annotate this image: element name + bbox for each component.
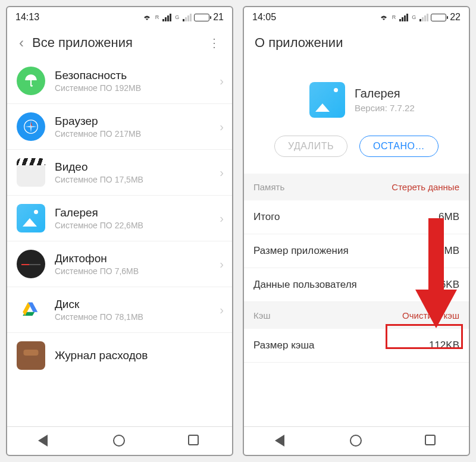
status-time: 14:13 [15, 12, 39, 23]
page-title: О приложении [255, 35, 462, 51]
chevron-right-icon: › [220, 212, 224, 225]
network-r-label: R [392, 14, 396, 20]
app-row-browser[interactable]: Браузер Системное ПО 217MB › [7, 104, 232, 150]
nav-bar [244, 426, 469, 455]
nav-home-button[interactable] [350, 435, 363, 448]
nav-recent-button[interactable] [425, 435, 438, 448]
umbrella-icon [17, 67, 45, 95]
app-sub: Системное ПО 78,1MB [55, 312, 220, 322]
clapperboard-icon [17, 158, 45, 187]
app-name: Диск [55, 298, 220, 311]
chevron-right-icon: › [220, 74, 224, 88]
battery-icon [431, 14, 446, 21]
wifi-icon [142, 14, 152, 21]
status-time: 14:05 [252, 12, 276, 23]
signal-weak-icon [183, 14, 192, 21]
cache-size-row: Размер кэша 112KB [244, 329, 469, 363]
row-label: Итого [253, 211, 280, 223]
nav-home-button[interactable] [113, 435, 126, 448]
back-button[interactable]: ‹ [14, 30, 29, 56]
phone-left: 14:13 R G 21 ‹ Все приложения ⋮ Безопасн… [6, 6, 233, 456]
app-sub: Системное ПО 17,5MB [55, 175, 220, 184]
app-sub: Системное ПО 22,6MB [55, 221, 220, 230]
row-label: Данные пользователя [253, 279, 357, 291]
network-r-label: R [155, 14, 159, 20]
app-name: Безопасность [55, 69, 220, 82]
row-value: 96KB [434, 279, 459, 291]
chevron-right-icon: › [220, 120, 224, 134]
app-version: Версия: 7.7.22 [355, 103, 415, 113]
voice-recorder-icon [17, 250, 45, 278]
app-name: Видео [55, 161, 220, 174]
chevron-right-icon: › [220, 303, 224, 317]
header: ‹ Все приложения ⋮ [7, 27, 232, 58]
gallery-icon [17, 204, 45, 232]
app-hero: Галерея Версия: 7.7.22 [244, 58, 469, 132]
memory-section-header: Память Стереть данные [244, 174, 469, 200]
chevron-right-icon: › [220, 166, 224, 180]
app-row-security[interactable]: Безопасность Системное ПО 192MB › [7, 58, 232, 104]
nav-recent-button[interactable] [188, 435, 201, 448]
cache-label: Кэш [253, 310, 270, 320]
app-row-expenses[interactable]: Журнал расходов [7, 333, 232, 378]
battery-pct: 21 [213, 12, 224, 23]
app-name: Браузер [55, 115, 220, 128]
app-row-drive[interactable]: Диск Системное ПО 78,1MB › [7, 287, 232, 333]
app-title: Галерея [355, 87, 415, 100]
app-row-video[interactable]: Видео Системное ПО 17,5MB › [7, 150, 232, 196]
app-name: Диктофон [55, 252, 220, 265]
nav-bar [7, 426, 232, 455]
battery-pct: 22 [450, 12, 461, 23]
app-name: Галерея [55, 206, 220, 219]
header: О приложении [244, 27, 469, 58]
app-row-dictaphone[interactable]: Диктофон Системное ПО 7,6MB › [7, 241, 232, 287]
nav-back-button[interactable] [38, 435, 51, 448]
network-g-label: G [175, 14, 179, 20]
app-name: Журнал расходов [55, 349, 224, 362]
app-list[interactable]: Безопасность Системное ПО 192MB › Браузе… [7, 58, 232, 426]
status-right: R G 21 [142, 12, 224, 23]
signal-icon [399, 14, 408, 21]
clear-cache-button[interactable]: Очистить кэш [402, 310, 459, 320]
chevron-right-icon: › [220, 257, 224, 271]
row-value: 112KB [429, 340, 459, 351]
row-value: 6MB [439, 211, 459, 223]
clear-data-button[interactable]: Стереть данные [392, 182, 459, 192]
status-bar: 14:05 R G 22 [244, 7, 469, 27]
page-title: Все приложения [32, 35, 203, 51]
cache-section-header: Кэш Очистить кэш [244, 302, 469, 329]
app-sub: Системное ПО 192MB [55, 83, 220, 93]
google-drive-icon [17, 296, 45, 324]
app-info-content[interactable]: Галерея Версия: 7.7.22 УДАЛИТЬ ОСТАНО… П… [244, 58, 469, 426]
signal-weak-icon [419, 14, 428, 21]
row-label: Размер приложения [253, 245, 349, 257]
memory-total-row: Итого 6MB [244, 200, 469, 234]
compass-icon [17, 112, 45, 141]
signal-icon [162, 14, 171, 21]
app-sub: Системное ПО 7,6MB [55, 266, 220, 276]
uninstall-button[interactable]: УДАЛИТЬ [274, 136, 347, 157]
row-value: MB [444, 245, 460, 257]
nav-back-button[interactable] [275, 435, 288, 448]
gallery-icon [309, 82, 345, 118]
battery-icon [194, 14, 209, 21]
app-sub: Системное ПО 217MB [55, 129, 220, 139]
memory-appsize-row: Размер приложения MB [244, 234, 469, 268]
svg-rect-3 [24, 350, 39, 356]
phone-right: 14:05 R G 22 О приложении Галерея Версия… [243, 6, 470, 456]
status-right: R G 22 [379, 12, 461, 23]
network-g-label: G [412, 14, 416, 20]
row-label: Размер кэша [253, 340, 315, 351]
memory-userdata-row: Данные пользователя 96KB [244, 268, 469, 302]
wallet-icon [17, 341, 45, 370]
wifi-icon [379, 14, 389, 21]
status-bar: 14:13 R G 21 [7, 7, 232, 27]
app-row-gallery[interactable]: Галерея Системное ПО 22,6MB › [7, 196, 232, 241]
memory-label: Память [253, 182, 284, 192]
more-icon[interactable]: ⋮ [203, 31, 225, 55]
button-row: УДАЛИТЬ ОСТАНО… [244, 132, 469, 174]
force-stop-button[interactable]: ОСТАНО… [359, 136, 439, 157]
